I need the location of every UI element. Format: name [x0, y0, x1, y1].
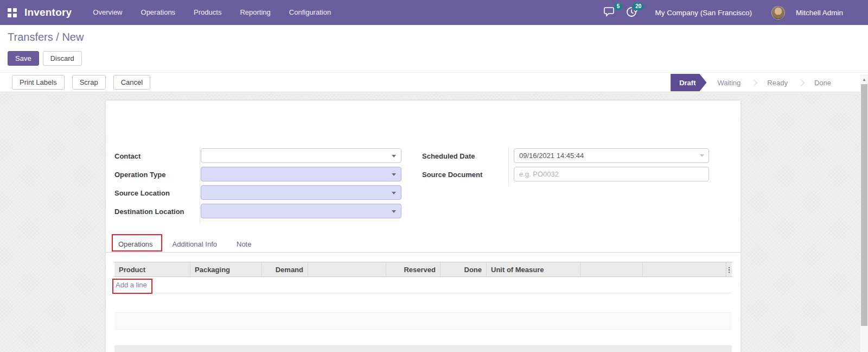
- save-button[interactable]: Save: [8, 51, 39, 66]
- vertical-scrollbar[interactable]: ▲: [860, 74, 868, 352]
- scrollbar-up-arrow-icon[interactable]: ▲: [860, 74, 868, 84]
- operations-table: Product Packaging Demand Reserved Done U…: [114, 262, 732, 293]
- notebook-tabs: Operations Additional Info Note: [106, 237, 741, 253]
- breadcrumb-separator: /: [53, 31, 62, 43]
- form-sheet: Contact Operation Type Source Location D…: [106, 100, 741, 352]
- nav-menu-configuration[interactable]: Configuration: [280, 0, 340, 25]
- operations-table-header: Product Packaging Demand Reserved Done U…: [114, 262, 732, 277]
- nav-menu-overview[interactable]: Overview: [84, 0, 131, 25]
- cancel-button[interactable]: Cancel: [113, 75, 150, 90]
- user-menu[interactable]: Mitchell Admin: [796, 9, 843, 17]
- scrollbar-thumb[interactable]: [861, 84, 867, 326]
- breadcrumb: Transfers / New: [8, 31, 84, 43]
- operation-type-field[interactable]: [201, 167, 401, 181]
- status-step-ready[interactable]: Ready: [756, 79, 799, 87]
- print-labels-button[interactable]: Print Labels: [12, 75, 65, 90]
- apps-grid-icon[interactable]: [8, 8, 17, 17]
- navbar-right: 5 20 My Company (San Francisco) Mitchell…: [604, 6, 868, 20]
- breadcrumb-transfers-link[interactable]: Transfers: [8, 31, 53, 43]
- breadcrumb-current: New: [62, 31, 84, 43]
- optional-columns-toggle-icon[interactable]: ⋮: [726, 266, 732, 273]
- status-step-waiting[interactable]: Waiting: [706, 79, 751, 87]
- optional-columns-cell: ⋮: [726, 262, 732, 276]
- destination-location-label: Destination Location: [114, 208, 184, 216]
- nav-menu-products[interactable]: Products: [184, 0, 231, 25]
- chevron-down-icon: [700, 154, 704, 157]
- apps-grid-square: [13, 14, 17, 17]
- column-header-reserved[interactable]: Reserved: [386, 262, 441, 276]
- source-document-input[interactable]: [514, 167, 709, 181]
- contact-label: Contact: [114, 152, 141, 160]
- column-header-empty: [580, 262, 643, 276]
- activities-button[interactable]: 20: [626, 7, 640, 18]
- empty-row-stripe: [114, 312, 732, 330]
- column-header-product[interactable]: Product: [114, 262, 190, 276]
- scheduled-date-input[interactable]: [514, 148, 709, 163]
- column-header-unit-of-measure[interactable]: Unit of Measure: [487, 262, 580, 276]
- chevron-down-icon: [392, 155, 396, 158]
- app-title[interactable]: Inventory: [24, 7, 72, 18]
- company-switcher[interactable]: My Company (San Francisco): [655, 9, 752, 17]
- add-a-line-link[interactable]: Add a line: [116, 281, 147, 289]
- operation-type-label: Operation Type: [114, 171, 165, 179]
- column-header-demand[interactable]: Demand: [262, 262, 308, 276]
- status-bar: Draft Waiting Ready Done: [671, 73, 842, 92]
- apps-grid-square: [13, 8, 17, 12]
- messages-button[interactable]: 5: [604, 7, 618, 18]
- nav-menu-operations[interactable]: Operations: [132, 0, 185, 25]
- nav-menus: Overview Operations Products Reporting C…: [84, 0, 340, 25]
- chevron-down-icon: [392, 173, 396, 176]
- contact-field[interactable]: [201, 148, 401, 163]
- status-step-draft[interactable]: Draft: [671, 74, 706, 91]
- source-document-label: Source Document: [422, 171, 482, 179]
- messages-badge: 5: [614, 3, 623, 10]
- column-header-packaging[interactable]: Packaging: [190, 262, 262, 276]
- apps-grid-square: [8, 14, 11, 17]
- control-panel: Transfers / New Save Discard: [0, 25, 868, 72]
- scheduled-date-label: Scheduled Date: [422, 152, 475, 160]
- form-action-buttons: Save Discard: [8, 51, 82, 66]
- sheet-bottom-band: [114, 345, 732, 352]
- record-action-buttons: Print Labels Scrap Cancel: [0, 75, 158, 90]
- label-field-divider: [200, 147, 200, 224]
- tab-additional-info[interactable]: Additional Info: [173, 237, 224, 252]
- user-avatar[interactable]: [771, 6, 785, 20]
- nav-menu-reporting[interactable]: Reporting: [231, 0, 279, 25]
- source-location-label: Source Location: [114, 189, 170, 197]
- column-header-empty: [643, 262, 726, 276]
- record-toolbar: Print Labels Scrap Cancel Draft Waiting …: [0, 72, 868, 92]
- tab-operations[interactable]: Operations: [118, 237, 159, 252]
- scrap-button[interactable]: Scrap: [72, 75, 106, 90]
- column-header-done[interactable]: Done: [441, 262, 487, 276]
- top-navbar: Inventory Overview Operations Products R…: [0, 0, 868, 25]
- apps-grid-square: [8, 8, 11, 12]
- activities-badge: 20: [633, 3, 644, 10]
- column-header-empty: [308, 262, 386, 276]
- status-step-done[interactable]: Done: [803, 79, 842, 87]
- table-add-row: Add a line: [114, 277, 732, 293]
- tab-note[interactable]: Note: [237, 237, 258, 252]
- destination-location-field[interactable]: [201, 204, 401, 218]
- chevron-down-icon: [392, 192, 396, 194]
- label-field-divider: [508, 147, 509, 186]
- odoo-inventory-transfer-form: Inventory Overview Operations Products R…: [0, 0, 868, 352]
- source-location-field[interactable]: [201, 185, 401, 200]
- chevron-down-icon: [392, 210, 396, 213]
- discard-button[interactable]: Discard: [43, 51, 82, 66]
